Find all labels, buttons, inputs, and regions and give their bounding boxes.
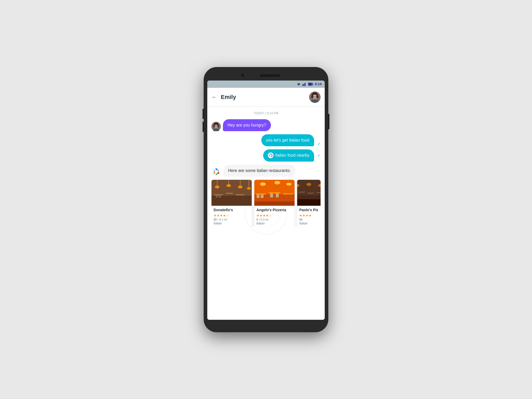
svg-point-38 (216, 174, 217, 175)
restaurant-stars-3: ★★★★ (299, 214, 318, 217)
message-text-2: yes let's get Italian food (266, 138, 309, 142)
svg-point-28 (268, 152, 274, 158)
contact-name: Emily (221, 94, 236, 101)
header-left: ← Emily (211, 94, 236, 101)
svg-rect-1 (303, 84, 304, 86)
chat-timestamp: TODAY • 6:14 PM (211, 109, 321, 119)
restaurant-price-1: $$ (214, 218, 217, 221)
restaurant-cuisine-3: Italian (299, 222, 318, 225)
svg-point-36 (218, 172, 220, 174)
svg-point-13 (315, 96, 316, 97)
restaurant-image-1 (211, 180, 252, 206)
app-header: ← Emily (207, 88, 325, 107)
message-bubble-3: Italian food nearby (263, 149, 314, 161)
svg-point-31 (272, 156, 273, 157)
message-bubble-1: Hey are you hungry? (223, 119, 271, 131)
status-time: 6:14 (315, 82, 322, 86)
svg-point-30 (270, 154, 271, 155)
check-mark-2: ✓ (317, 141, 321, 146)
restaurant-name-3: Paolo's Piz (299, 208, 318, 212)
svg-rect-0 (302, 84, 303, 86)
message-row-4: Here are some italian restaurants: (211, 165, 321, 177)
svg-rect-3 (306, 82, 307, 86)
restaurant-image-3 (297, 180, 321, 206)
battery-icon (308, 83, 313, 86)
message-text-1: Hey are you hungry? (228, 123, 266, 127)
phone-screen: 6:14 ← Emily (207, 81, 325, 320)
assistant-avatar-icon (211, 167, 221, 177)
signal-icon (302, 82, 307, 86)
svg-rect-68 (254, 180, 295, 206)
avatar-image (309, 91, 321, 103)
message-row-3: Italian food nearby ✓ (211, 149, 321, 161)
assistant-logo-inline (268, 152, 274, 158)
svg-point-35 (216, 168, 217, 170)
phone-top-bar (207, 72, 325, 81)
power-button[interactable] (328, 114, 329, 129)
svg-rect-79 (297, 180, 321, 206)
svg-rect-2 (305, 83, 305, 86)
restaurant-art-2 (254, 180, 295, 206)
svg-point-21 (214, 125, 218, 129)
svg-point-32 (269, 156, 270, 157)
svg-point-18 (259, 206, 273, 220)
volume-up-button[interactable] (203, 109, 204, 119)
restaurant-meta-3: $$ (299, 218, 318, 221)
chat-area: TODAY • 6:14 PM (207, 107, 325, 320)
svg-point-23 (217, 125, 219, 128)
svg-point-12 (314, 96, 314, 97)
restaurant-art-3 (297, 180, 321, 206)
message-row-1: Hey are you hungry? (211, 119, 321, 131)
message-row-2: yes let's get Italian food ✓ (211, 134, 321, 146)
restaurant-image-2 (254, 180, 295, 206)
svg-point-24 (215, 126, 216, 127)
svg-point-25 (216, 126, 217, 127)
status-bar: 6:14 (207, 81, 325, 88)
check-mark-3: ✓ (317, 153, 321, 158)
wifi-icon (297, 83, 301, 86)
restaurant-price-3: $$ (299, 218, 302, 221)
sender-avatar-1 (211, 122, 221, 131)
phone-bottom-bar (207, 320, 325, 328)
svg-rect-54 (211, 180, 252, 206)
speaker (260, 74, 280, 77)
restaurant-card-3[interactable]: Paolo's Piz ★★★★ $$ Italian (297, 180, 321, 227)
message-text-3: Italian food nearby (275, 152, 309, 158)
volume-down-button[interactable] (203, 122, 204, 132)
svg-rect-5 (312, 83, 313, 85)
svg-rect-6 (308, 83, 312, 85)
front-camera (241, 74, 244, 77)
svg-point-22 (213, 125, 215, 128)
phone-frame: 6:14 ← Emily (204, 67, 328, 332)
avatar[interactable] (309, 91, 321, 103)
message-text-4: Here are some italian restaurants: (228, 168, 291, 173)
restaurant-art-1 (211, 180, 252, 206)
back-button[interactable]: ← (211, 94, 217, 101)
message-bubble-2: yes let's get Italian food (261, 134, 314, 146)
restaurant-distance-1: 0.1 mi (219, 218, 227, 221)
message-bubble-4: Here are some italian restaurants: (223, 165, 295, 177)
svg-point-37 (214, 172, 215, 174)
svg-point-11 (316, 95, 318, 98)
sender-avatar-image-1 (211, 122, 221, 131)
svg-point-10 (311, 95, 313, 98)
restaurant-card-3-body: Paolo's Piz ★★★★ $$ Italian (297, 206, 321, 227)
